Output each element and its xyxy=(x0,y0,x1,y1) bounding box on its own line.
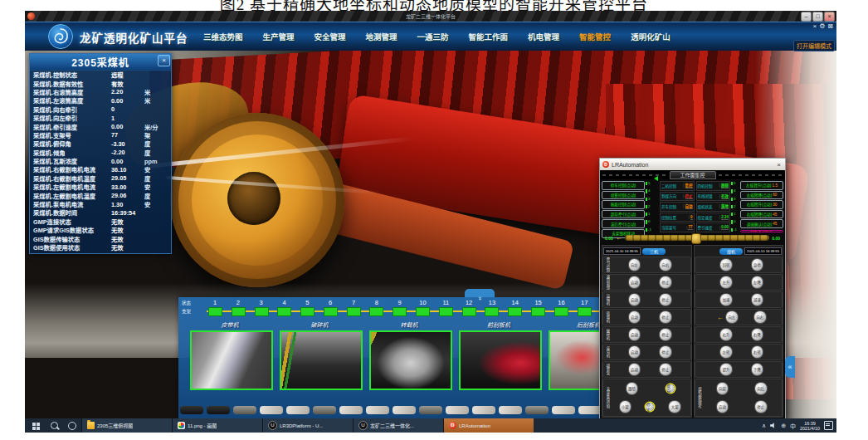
menu-item[interactable]: 机电管理 xyxy=(528,31,559,42)
close-button[interactable]: × xyxy=(824,12,835,22)
jog-control-button[interactable]: 拖缆控制(点动) xyxy=(602,200,645,209)
taskbar-clock[interactable]: 16:39 2021/4/10 xyxy=(800,421,820,431)
jog-control-button[interactable]: 喷雾控制(点动) xyxy=(602,191,645,200)
filmstrip-thumb[interactable] xyxy=(339,406,363,414)
jog-control-button[interactable]: 停车控制(点动) xyxy=(602,181,645,190)
round-control-button[interactable]: 启动 xyxy=(628,328,641,341)
arm-jog-button[interactable]: 右摇臂降(点动)45 xyxy=(740,210,783,219)
support-status-cell[interactable] xyxy=(416,307,430,316)
round-control-button[interactable]: 停止 xyxy=(659,276,672,289)
round-control-button[interactable]: 左转 xyxy=(719,345,733,359)
round-control-button[interactable]: 向左 xyxy=(725,310,739,324)
notification-center-icon[interactable] xyxy=(824,421,833,430)
support-status-cell[interactable] xyxy=(208,307,222,316)
support-status-cell[interactable] xyxy=(578,307,592,316)
camera-thumbnail[interactable] xyxy=(369,330,452,390)
filmstrip-thumb[interactable] xyxy=(180,406,203,414)
round-control-button[interactable]: 向右 xyxy=(753,310,767,324)
round-control-button[interactable]: 右升 xyxy=(719,328,733,341)
round-control-button[interactable]: 大架 xyxy=(668,400,681,413)
cortana-button[interactable] xyxy=(63,422,81,430)
filmstrip-thumb[interactable] xyxy=(525,406,549,414)
network-globe-icon[interactable]: ⊕ xyxy=(781,423,786,429)
filmstrip-thumb[interactable] xyxy=(313,406,336,414)
round-control-button[interactable]: 小架 xyxy=(619,400,632,413)
filmstrip-thumb[interactable] xyxy=(286,406,310,414)
round-control-button[interactable]: 右转 xyxy=(751,345,764,359)
lr-close-icon[interactable]: × xyxy=(777,161,783,169)
ime-indicator[interactable]: 中 xyxy=(790,422,796,430)
round-control-button[interactable]: 启动 xyxy=(628,345,641,359)
support-status-cell[interactable] xyxy=(485,307,499,316)
menu-item[interactable]: 三维态势图 xyxy=(203,31,243,42)
round-control-button[interactable]: 启动 xyxy=(628,276,641,289)
arm-jog-button[interactable]: 调速确认(点动)45 xyxy=(740,219,783,228)
tool-icon[interactable]: ⚙ xyxy=(819,22,825,30)
group-tab[interactable]: 三机 xyxy=(642,248,666,255)
taskbar-item[interactable]: LRAutomation xyxy=(443,418,534,433)
traction-slider[interactable] xyxy=(625,235,770,241)
round-control-button[interactable]: 停止 xyxy=(754,400,768,413)
sidebar-collapse-tab[interactable]: « xyxy=(785,356,795,378)
taskbar-item[interactable]: LR3DPlatform - U... xyxy=(262,418,353,433)
menu-item[interactable]: 安全管理 xyxy=(315,31,346,42)
support-status-cell[interactable] xyxy=(300,307,315,316)
filmstrip-thumb[interactable] xyxy=(233,406,256,414)
round-control-button[interactable]: 停止 xyxy=(659,293,672,306)
menu-item[interactable]: 地测管理 xyxy=(366,31,397,42)
round-control-button[interactable]: 急停 xyxy=(751,258,764,271)
tool-icon[interactable]: × xyxy=(812,22,817,30)
filmstrip-thumb[interactable] xyxy=(366,406,389,414)
jog-control-button[interactable]: 滞后牵引(点动) xyxy=(602,219,645,228)
tool-icon[interactable]: ⊠ xyxy=(827,22,833,30)
support-status-cell[interactable] xyxy=(369,307,383,316)
taskbar-item[interactable]: 11.png - 画图 xyxy=(172,418,262,433)
round-control-button[interactable]: 停止 xyxy=(646,403,654,411)
support-status-cell[interactable] xyxy=(554,307,568,316)
round-control-button[interactable]: 向后 xyxy=(754,382,768,395)
tray-chevron-icon[interactable]: ∧ xyxy=(762,423,766,429)
filmstrip-thumb[interactable] xyxy=(472,406,495,414)
camera-thumbnail[interactable] xyxy=(459,330,542,390)
round-control-button[interactable]: 向左 xyxy=(628,258,641,271)
filmstrip-thumb[interactable] xyxy=(552,406,575,414)
maximize-button[interactable]: □ xyxy=(812,12,823,22)
jog-control-button[interactable]: 超前牵引(点动) xyxy=(602,210,645,219)
taskbar-item[interactable]: 2305三维俯视图 xyxy=(81,418,172,433)
round-control-button[interactable]: 提升 xyxy=(719,363,733,376)
support-status-cell[interactable] xyxy=(393,307,407,316)
support-status-cell[interactable] xyxy=(439,307,453,316)
filmstrip-thumb[interactable] xyxy=(393,406,416,414)
panel-close-icon[interactable]: × xyxy=(158,55,170,66)
menu-item[interactable]: 一通三防 xyxy=(417,31,449,42)
support-status-cell[interactable] xyxy=(324,307,338,316)
volume-icon[interactable] xyxy=(770,423,777,429)
round-control-button[interactable]: 停止 xyxy=(659,310,672,324)
group-tab[interactable]: 煤机 xyxy=(719,248,743,255)
round-control-button[interactable]: 启动 xyxy=(716,400,729,413)
support-status-cell[interactable] xyxy=(462,307,476,316)
camera-thumbnail[interactable] xyxy=(280,330,363,390)
arm-jog-button[interactable]: 左摇臂降(点动)60 xyxy=(740,191,783,200)
viewport-3d[interactable]: 2305采煤机 × 采煤机.控制状态 远程 采煤机.数据有效性 有效 xyxy=(25,51,836,418)
round-control-button[interactable]: 向前 xyxy=(716,382,729,395)
round-control-button[interactable]: 停止 xyxy=(659,363,672,376)
menu-item[interactable]: 智能管控 xyxy=(579,31,611,42)
slider-thumb[interactable] xyxy=(691,233,701,244)
support-status-cell[interactable] xyxy=(277,307,291,316)
round-control-button[interactable]: 左降 xyxy=(751,276,764,289)
support-status-cell[interactable] xyxy=(232,307,246,316)
filmstrip-thumb[interactable] xyxy=(578,406,602,414)
support-status-cell[interactable] xyxy=(255,307,269,316)
round-control-button[interactable]: 双向 xyxy=(666,384,675,393)
round-control-button[interactable]: 下降 xyxy=(751,363,764,376)
taskbar-item[interactable]: 龙矿二三维一体化... xyxy=(353,418,443,433)
support-status-cell[interactable] xyxy=(531,307,545,316)
minimize-button[interactable]: – xyxy=(801,12,812,22)
filmstrip-thumb[interactable] xyxy=(446,406,469,414)
round-control-button[interactable]: 减速 xyxy=(751,293,764,306)
round-control-button[interactable]: 启动 xyxy=(628,293,641,306)
menu-item[interactable]: 智能工作面 xyxy=(469,31,509,42)
collapse-strip-tab[interactable]: » xyxy=(465,289,495,297)
round-control-button[interactable]: 跟给 xyxy=(626,382,639,395)
